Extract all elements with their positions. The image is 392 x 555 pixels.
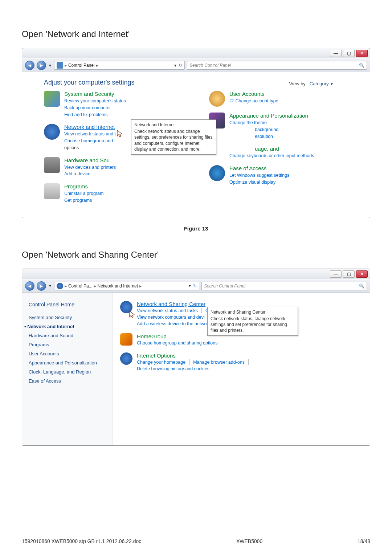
sub-link-frag[interactable]: esolution	[255, 133, 308, 140]
cursor-icon	[117, 130, 124, 138]
navbar: ◄ ► ▼ ▸ Control Panel ▸ ▼ ↻ Search Contr…	[22, 58, 370, 72]
forward-button[interactable]: ►	[37, 281, 46, 291]
sidebar-item-appearance[interactable]: Appearance and Personalization	[29, 360, 106, 366]
sidebar-home[interactable]: Control Panel Home	[29, 302, 106, 307]
sidebar-item-hardware-sound[interactable]: Hardware and Sound	[29, 333, 106, 338]
search-placeholder: Search Control Panel	[204, 283, 245, 289]
footer-left: 1592010860 XWEB5000 stp GB r1.1 2012.06.…	[22, 538, 141, 544]
search-input[interactable]: Search Control Panel	[187, 61, 367, 70]
content-pane: Adjust your computer's settings View by:…	[22, 72, 370, 218]
sidebar-item-user-accounts[interactable]: User Accounts	[29, 351, 106, 356]
sub-link[interactable]: Optimize visual display	[229, 179, 289, 186]
sub-link[interactable]: Change keyboards or other input methods	[229, 152, 314, 159]
sidebar-item-system-security[interactable]: System and Security	[29, 315, 106, 320]
chevron-down-icon[interactable]: ▼	[173, 64, 177, 68]
footer-center: XWEB5000	[236, 538, 262, 544]
disc-icon	[44, 183, 60, 199]
back-button[interactable]: ◄	[25, 281, 34, 291]
sidebar-item-clock-language[interactable]: Clock, Language, and Region	[29, 369, 106, 375]
category-title: User Accounts	[229, 91, 278, 97]
sub-link[interactable]: Change your homepage	[137, 360, 185, 365]
view-by[interactable]: View by: Category ▼	[289, 81, 334, 86]
category-system-security[interactable]: System and Security Review your computer…	[44, 91, 195, 118]
maximize-button[interactable]: ▢	[343, 270, 355, 278]
breadcrumb-label: Control Pa...	[68, 283, 93, 289]
user-icon	[209, 91, 225, 107]
sub-link[interactable]: Manage browser add-ons	[193, 360, 245, 365]
footer-right: 18/48	[358, 538, 370, 544]
category-title: Hardware and Sou	[64, 157, 116, 163]
sub-link[interactable]: Change account type	[229, 98, 278, 105]
tooltip-network-internet: Network and Internet Check network statu…	[131, 119, 216, 155]
breadcrumb-label: Network and Internet	[98, 283, 138, 289]
right-column: User Accounts Change account type Appear…	[209, 91, 360, 210]
minimize-button[interactable]: —	[330, 270, 342, 278]
category-title: Network and Sharing Center	[137, 301, 248, 307]
network-icon	[57, 283, 63, 289]
history-dropdown[interactable]: ▼	[48, 284, 52, 288]
refresh-icon[interactable]: ↻	[193, 283, 197, 289]
close-button[interactable]: ✕	[356, 270, 368, 278]
search-placeholder: Search Control Panel	[189, 63, 231, 68]
forward-button[interactable]: ►	[37, 61, 46, 70]
view-by-label: View by:	[289, 81, 307, 86]
history-dropdown[interactable]: ▼	[48, 64, 52, 68]
back-button[interactable]: ◄	[25, 61, 34, 70]
category-title: System and Security	[64, 91, 126, 97]
figure-caption-1: Figure 13	[22, 225, 370, 232]
category-appearance-personalization[interactable]: Appearance and Personalization Change th…	[209, 113, 360, 140]
category-title: Programs	[64, 183, 103, 189]
sub-link[interactable]: Let Windows suggest settings	[229, 172, 289, 179]
sub-link[interactable]: View network status and tasks	[137, 308, 198, 313]
chevron-right-icon: ▸	[94, 283, 96, 289]
close-button[interactable]: ✕	[356, 50, 368, 57]
sub-link[interactable]: Add a wireless device to the netwo	[137, 321, 207, 326]
breadcrumb[interactable]: ▸ Control Pa... ▸ Network and Internet ▸…	[54, 282, 199, 290]
chevron-down-icon[interactable]: ▼	[188, 284, 192, 288]
sub-link[interactable]: Change the theme	[229, 119, 308, 126]
globe-gear-icon	[120, 352, 132, 365]
sidebar: Control Panel Home System and Security N…	[22, 293, 113, 445]
sub-link[interactable]: View network computers and devi	[137, 315, 205, 320]
sub-link-frag[interactable]: background	[255, 126, 308, 133]
sub-link[interactable]: Review your computer's status	[64, 98, 126, 105]
chevron-right-icon: ▸	[65, 63, 67, 68]
sub-link[interactable]: Choose homegroup and sharing options	[137, 340, 217, 346]
maximize-button[interactable]: ▢	[343, 50, 355, 57]
sub-link[interactable]: View network status and t	[64, 131, 116, 138]
sub-link[interactable]: Choose homegroup and	[64, 138, 116, 144]
sub-link[interactable]: Delete browsing history and cookies	[137, 366, 209, 371]
tooltip-body: Check network status and change settings…	[134, 128, 213, 152]
sub-link[interactable]: Uninstall a program	[64, 190, 103, 197]
printer-icon	[44, 157, 60, 173]
category-ease-of-access[interactable]: Ease of Access Let Windows suggest setti…	[209, 165, 360, 186]
main-pane: Network and Sharing Center View network …	[113, 293, 370, 445]
category-title: Ease of Access	[229, 165, 289, 171]
separator: |	[201, 307, 202, 313]
category-internet-options[interactable]: Internet Options Change your homepage | …	[120, 352, 363, 372]
sub-link[interactable]: Back up your computer	[64, 105, 126, 111]
page-footer: 1592010860 XWEB5000 stp GB r1.1 2012.06.…	[22, 538, 370, 544]
category-user-accounts[interactable]: User Accounts Change account type	[209, 91, 360, 107]
category-hardware-sound[interactable]: Hardware and Sou View devices and printe…	[44, 157, 195, 178]
search-input[interactable]: Search Control Panel	[201, 282, 367, 290]
tooltip-network-sharing: Network and Sharing Center Check network…	[207, 307, 298, 336]
sub-link[interactable]: Add a device	[64, 171, 116, 177]
sub-link[interactable]: View devices and printers	[64, 164, 116, 171]
sub-link[interactable]: Find and fix problems	[64, 111, 126, 118]
chevron-right-icon: ▸	[96, 63, 98, 68]
category-programs[interactable]: Programs Uninstall a program Get program…	[44, 183, 195, 204]
tooltip-title: Network and Internet	[134, 122, 213, 128]
sidebar-item-network-internet[interactable]: Network and Internet	[29, 324, 106, 329]
sidebar-item-ease-of-access[interactable]: Ease of Access	[29, 378, 106, 384]
category-title: Network and Internet	[64, 124, 116, 130]
sub-link[interactable]: Get programs	[64, 197, 103, 204]
chevron-right-icon: ▸	[65, 283, 67, 289]
refresh-icon[interactable]: ↻	[179, 63, 182, 68]
sub-link[interactable]: options	[64, 144, 116, 151]
breadcrumb[interactable]: ▸ Control Panel ▸ ▼ ↻	[54, 61, 185, 70]
category-clock-language[interactable]: uage, and Change keyboards or other inpu…	[229, 146, 360, 159]
sidebar-item-programs[interactable]: Programs	[29, 342, 106, 347]
navbar: ◄ ► ▼ ▸ Control Pa... ▸ Network and Inte…	[22, 279, 370, 293]
minimize-button[interactable]: —	[330, 50, 342, 57]
